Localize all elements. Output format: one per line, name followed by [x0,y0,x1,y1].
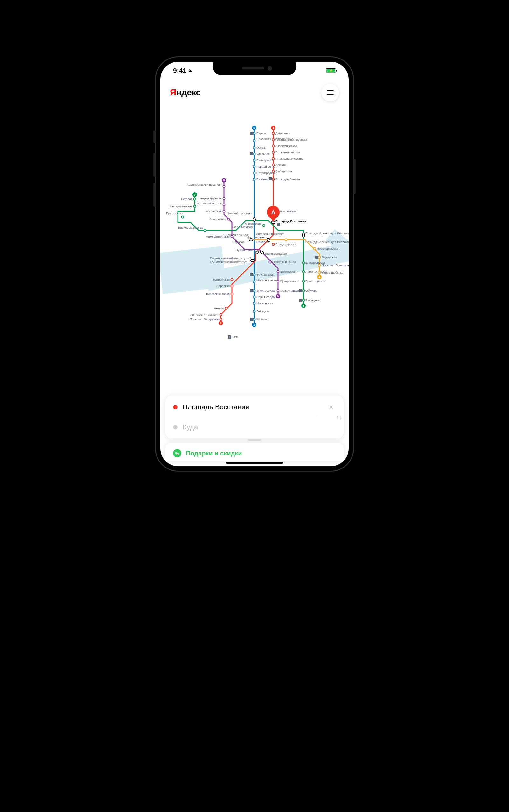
svg-text:4: 4 [318,276,320,279]
screen: 9:41 ➤ ⚡ Яндекс [160,62,349,466]
svg-text:Пушкинская: Пушкинская [236,248,252,252]
svg-text:Беговая: Беговая [181,197,193,201]
svg-text:Площадь Мужества: Площадь Мужества [275,157,304,160]
svg-text:Садовая: Садовая [233,240,245,244]
svg-text:Балтийская: Балтийская [213,278,230,281]
svg-point-66 [253,160,256,162]
svg-text:Проспект Ветеранов: Проспект Ветеранов [190,317,218,321]
svg-text:Обухово: Обухово [305,289,317,292]
phone-frame: 9:41 ➤ ⚡ Яндекс [156,57,353,471]
svg-text:Технологический институт - 1: Технологический институт - 1 [210,260,251,264]
svg-point-154 [277,271,279,273]
svg-text:Звёздная: Звёздная [257,310,269,313]
svg-point-85 [253,296,256,298]
route-card: Площадь Восстания × ↑↓ Куда [165,396,344,438]
svg-point-75 [253,217,256,221]
svg-text:Приморская: Приморская [166,212,183,215]
svg-text:Чкаловская: Чкаловская [205,209,222,213]
selected-station-label: Площадь Восстания [275,219,306,223]
svg-point-52 [220,314,222,316]
svg-point-111 [303,271,305,273]
svg-text:Выборгская: Выборгская [275,170,292,173]
menu-button[interactable] [321,84,339,102]
route-to-row[interactable]: Куда [173,417,336,431]
svg-text:2: 2 [253,126,255,130]
clear-from-button[interactable]: × [327,403,336,412]
svg-rect-93 [250,318,253,321]
svg-text:Маяковская: Маяковская [245,222,262,225]
route-from-text: Площадь Восстания [182,403,321,411]
svg-point-139 [223,198,225,200]
svg-point-141 [223,204,225,206]
svg-point-43 [251,259,254,262]
svg-point-44 [231,279,233,281]
svg-point-96 [194,206,196,208]
svg-point-24 [272,151,275,154]
svg-point-94 [194,198,196,200]
svg-rect-132 [315,256,318,259]
svg-text:Московские ворота: Московские ворота [257,278,284,282]
svg-point-48 [231,293,233,295]
svg-text:Волковская: Волковская [280,270,297,273]
line-dot-red [173,405,177,409]
svg-text:Нарвская: Нарвская [216,284,230,287]
svg-rect-65 [250,152,253,155]
svg-point-145 [228,218,230,220]
svg-point-61 [253,147,256,149]
svg-point-68 [253,166,256,168]
svg-text:Международная: Международная [280,289,303,292]
svg-point-118 [303,299,305,302]
volume-up [153,153,156,177]
svg-text:Чёрная речка: Чёрная речка [257,165,276,168]
svg-text:Политехническая: Политехническая [275,150,300,154]
airport-led: LED [228,335,238,339]
svg-text:Удельная: Удельная [257,152,270,155]
airplane-icon [228,335,231,339]
svg-text:Владимирская: Владимирская [275,242,296,246]
promo-card[interactable]: % Подарки и скидки [165,443,344,461]
svg-text:3: 3 [194,193,195,196]
svg-point-63 [253,153,256,155]
svg-text:Обводный канал: Обводный канал [272,260,296,264]
drag-handle[interactable] [247,439,262,440]
swap-button[interactable]: ↑↓ [336,414,342,421]
svg-point-50 [225,307,228,310]
route-from-row[interactable]: Площадь Восстания × [173,403,336,417]
yandex-logo[interactable]: Яндекс [170,87,201,98]
svg-text:Крестовский остров: Крестовский остров [194,201,222,205]
svg-text:3: 3 [303,304,304,307]
svg-text:Новокрестовская: Новокрестовская [168,205,193,208]
svg-text:А: А [271,209,275,216]
svg-point-70 [253,172,256,174]
svg-text:Площадь Александра Невского: Площадь Александра Невского [305,240,349,244]
svg-text:1: 1 [220,322,222,325]
svg-point-39 [254,250,259,255]
mute-switch [153,131,156,143]
svg-point-87 [253,303,256,305]
svg-text:Достоевская: Достоевская [247,235,265,239]
svg-point-98 [182,216,184,218]
svg-point-147 [231,236,233,238]
route-to-placeholder: Куда [182,423,336,431]
svg-rect-81 [250,273,253,276]
home-indicator[interactable] [226,462,283,464]
svg-text:Василеостровская: Василеостровская [178,226,204,229]
location-icon: ➤ [188,67,193,73]
svg-text:Технологический институт - 2: Технологический институт - 2 [210,256,251,260]
svg-point-77 [253,274,256,276]
svg-text:Электросила: Электросила [257,289,275,292]
promo-label: Подарки и скидки [186,450,242,457]
svg-point-54 [220,318,222,321]
battery-icon: ⚡ [326,68,336,73]
svg-point-72 [253,178,256,181]
svg-point-151 [260,250,264,255]
svg-point-18 [272,132,275,135]
svg-text:Лесная: Лесная [275,163,286,167]
svg-point-82 [253,290,256,292]
app-header: Яндекс [160,79,349,106]
svg-text:Проспект Просвещения: Проспект Просвещения [257,137,290,141]
svg-point-89 [253,310,256,313]
svg-point-109 [303,262,305,264]
svg-text:Пролетарская: Пролетарская [305,279,325,283]
svg-point-100 [204,229,206,232]
